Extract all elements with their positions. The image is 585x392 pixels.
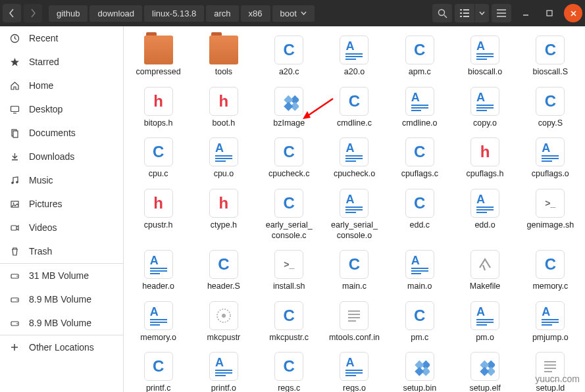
file-item[interactable]: Apmjump.o	[519, 299, 582, 346]
file-item[interactable]: bzImage	[257, 84, 321, 132]
close-button[interactable]	[564, 4, 582, 22]
sidebar-item-desktop[interactable]: Desktop	[0, 97, 123, 121]
file-item[interactable]: Makefile	[453, 247, 517, 295]
sidebar-item-pictures[interactable]: Pictures	[0, 192, 123, 216]
file-item[interactable]: Ccpuflags.c	[388, 135, 451, 182]
sidebar-item-music[interactable]: Music	[0, 168, 123, 192]
file-item[interactable]: Capm.c	[388, 33, 451, 80]
forward-button[interactable]	[24, 4, 42, 22]
file-item[interactable]: setup.ld	[519, 349, 582, 392]
sidebar-label: Recent	[29, 33, 58, 43]
file-item[interactable]: Aa20.o	[322, 33, 386, 80]
file-item[interactable]: hboot.h	[191, 84, 255, 132]
file-item[interactable]: setup.bin	[388, 349, 451, 392]
folder-icon	[144, 36, 173, 64]
sidebar-label: Trash	[29, 246, 52, 257]
file-item[interactable]: Cmemory.c	[519, 247, 582, 295]
file-item[interactable]: Cmain.c	[322, 247, 386, 295]
file-item[interactable]: Amain.o	[388, 247, 451, 295]
menu-button[interactable]	[492, 4, 511, 22]
file-item[interactable]: Cearly_​serial_​console.c	[257, 186, 321, 243]
file-item[interactable]: Aheader.o	[126, 247, 190, 295]
breadcrumb-item[interactable]: download	[89, 5, 142, 22]
file-item[interactable]: mkcpustr	[191, 299, 255, 346]
object-file-icon: A	[340, 352, 369, 381]
file-area[interactable]: compressedtoolsCa20.cAa20.oCapm.cAbiosca…	[124, 26, 585, 392]
file-item[interactable]: mtools.conf.in	[322, 299, 386, 346]
view-list-button[interactable]	[455, 4, 474, 22]
object-file-icon: A	[340, 36, 369, 64]
file-item[interactable]: Acpucheck.o	[322, 135, 386, 182]
sidebar-label: Starred	[29, 57, 59, 67]
breadcrumb-current[interactable]: boot	[272, 5, 315, 22]
svg-rect-2	[460, 9, 462, 11]
file-item[interactable]: Abioscall.o	[453, 33, 517, 80]
breadcrumb-item[interactable]: x86	[241, 5, 270, 22]
file-item[interactable]: >_install.sh	[257, 247, 321, 295]
breadcrumb-item[interactable]: linux-5.13.8	[144, 5, 204, 22]
c-file-icon: C	[144, 137, 173, 166]
file-label: cmdline.c	[337, 118, 372, 129]
file-item[interactable]: Ccpucheck.c	[257, 135, 321, 182]
file-item[interactable]: Cregs.c	[257, 349, 321, 392]
file-item[interactable]: Amemory.o	[126, 299, 190, 346]
file-item[interactable]: Acpuflags.o	[519, 135, 582, 182]
file-item[interactable]: compressed	[126, 33, 190, 80]
file-item[interactable]: hctype.h	[191, 186, 255, 243]
file-item[interactable]: hcpuflags.h	[453, 135, 517, 182]
search-button[interactable]	[432, 4, 452, 22]
file-item[interactable]: hcpustr.h	[126, 186, 190, 243]
sidebar-item-downloads[interactable]: Downloads	[0, 145, 123, 168]
sidebar-item-home[interactable]: Home	[0, 74, 123, 97]
file-item[interactable]: setup.elf	[453, 349, 517, 392]
file-item[interactable]: Ccmdline.c	[322, 84, 386, 132]
file-label: mkcpustr.c	[269, 333, 309, 343]
file-item[interactable]: Apm.o	[453, 299, 517, 346]
file-item[interactable]: Aearly_​serial_​console.o	[322, 186, 386, 243]
file-item[interactable]: Aedd.o	[453, 186, 517, 243]
sidebar-volume[interactable]: 8.9 MB Volume	[0, 287, 123, 311]
breadcrumb-item[interactable]: arch	[206, 5, 238, 22]
search-icon	[438, 9, 447, 18]
sidebar-other-locations[interactable]: Other Locations	[0, 335, 123, 359]
sidebar-volume[interactable]: 31 MB Volume	[0, 264, 123, 287]
c-file-icon: C	[405, 301, 434, 330]
maximize-button[interactable]	[540, 4, 559, 22]
file-item[interactable]: Ccopy.S	[519, 84, 582, 132]
h-file-icon: h	[144, 87, 173, 116]
file-item[interactable]: Cprintf.c	[126, 349, 190, 392]
file-item[interactable]: Cheader.S	[191, 247, 255, 295]
sidebar-label: 8.9 MB Volume	[29, 318, 91, 328]
c-file-icon: C	[536, 250, 565, 279]
c-file-icon: C	[274, 189, 303, 218]
file-item[interactable]: tools	[191, 33, 255, 80]
file-item[interactable]: Aprintf.o	[191, 349, 255, 392]
file-item[interactable]: Ca20.c	[257, 33, 321, 80]
file-item[interactable]: Ccpu.c	[126, 135, 190, 182]
back-button[interactable]	[3, 4, 21, 22]
file-item[interactable]: Cedd.c	[388, 186, 451, 243]
breadcrumb: github download linux-5.13.8 arch x86 bo…	[49, 5, 315, 22]
sidebar-item-starred[interactable]: Starred	[0, 50, 123, 74]
documents-icon	[9, 128, 20, 138]
sidebar-item-documents[interactable]: Documents	[0, 121, 123, 145]
pictures-icon	[9, 199, 20, 209]
file-item[interactable]: >_genimage.sh	[519, 186, 582, 243]
file-item[interactable]: Aregs.o	[322, 349, 386, 392]
sidebar-item-recent[interactable]: Recent	[0, 26, 123, 50]
file-item[interactable]: Cpm.c	[388, 299, 451, 346]
file-item[interactable]: Cmkcpustr.c	[257, 299, 321, 346]
file-item[interactable]: hbitops.h	[126, 84, 190, 132]
file-label: pmjump.o	[532, 333, 569, 343]
file-label: header.o	[142, 282, 174, 292]
file-item[interactable]: Acopy.o	[453, 84, 517, 132]
file-item[interactable]: Cbioscall.S	[519, 33, 582, 80]
sidebar-item-videos[interactable]: Videos	[0, 216, 123, 239]
minimize-button[interactable]	[517, 4, 535, 22]
sidebar-item-trash[interactable]: Trash	[0, 239, 123, 263]
file-item[interactable]: Acpu.o	[191, 135, 255, 182]
file-item[interactable]: Acmdline.o	[388, 84, 451, 132]
breadcrumb-item[interactable]: github	[49, 5, 88, 22]
sidebar-volume[interactable]: 8.9 MB Volume	[0, 311, 123, 335]
view-dropdown-button[interactable]	[474, 4, 489, 22]
